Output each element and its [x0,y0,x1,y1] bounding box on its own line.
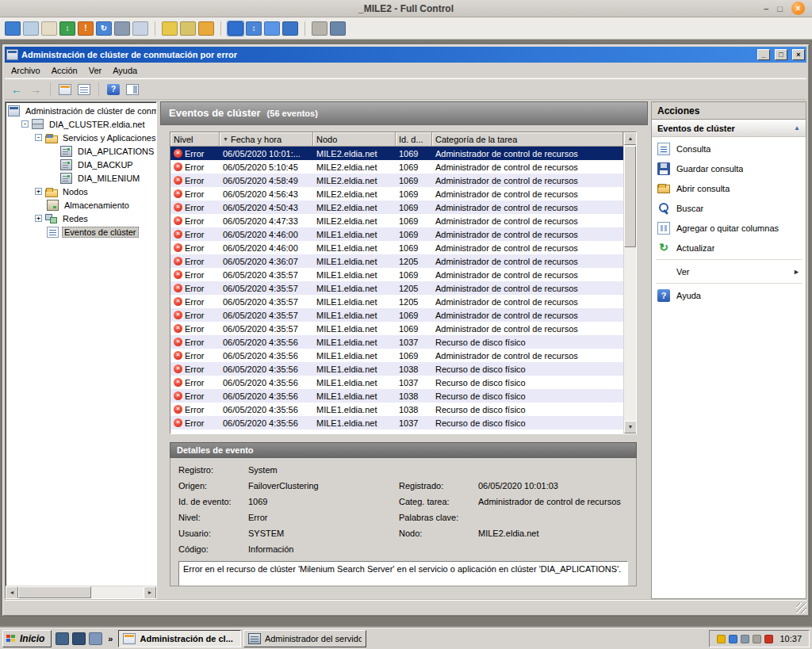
action-actualizar[interactable]: Actualizar [652,238,806,258]
volume-icon[interactable] [753,635,761,643]
refresh-remote-screen-icon[interactable]: ↻ [96,21,112,36]
collapse-section-icon[interactable]: ▲ [794,124,800,132]
column-header-nodo[interactable]: Nodo [313,132,396,147]
full-screen-icon[interactable] [228,21,243,36]
window-options-icon[interactable] [312,21,327,36]
app-titlebar[interactable]: Administración de clúster de conmutación… [5,47,806,63]
event-row[interactable]: ×Error06/05/2020 4:35:57MILE1.eldia.net1… [170,308,623,322]
action-guardar-consulta[interactable]: Guardar consulta [652,158,806,178]
event-row[interactable]: ×Error06/05/2020 4:56:43MILE2.eldia.net1… [170,187,623,200]
event-row[interactable]: ×Error06/05/2020 4:35:56MILE1.eldia.net1… [170,376,623,389]
event-row[interactable]: ×Error06/05/2020 4:35:56MILE1.eldia.net1… [170,335,623,349]
quick-launch-overflow-chevron[interactable]: » [106,634,114,643]
vnc-close-button[interactable]: × [791,2,805,15]
quick-launch-1-icon[interactable] [56,632,69,645]
show-hide-console-tree-icon[interactable] [56,82,74,97]
taskbar-task-administrador-del-servidor[interactable]: Administrador del servidor [243,630,366,647]
event-row[interactable]: ×Error06/05/2020 4:35:57MILE1.eldia.net1… [170,322,623,335]
vnc-maximize-button[interactable]: □ [777,2,783,15]
display-settings-icon[interactable] [741,635,749,643]
fit-to-window-icon[interactable]: ↕ [246,21,262,36]
event-row[interactable]: ×Error06/05/2020 4:35:57MILE1.eldia.net1… [170,268,623,281]
event-row[interactable]: ×Error06/05/2020 4:35:56MILE1.eldia.net1… [170,362,623,376]
tree-item-nodos[interactable]: +Nodos [6,185,156,198]
column-header-fecha-y-hora[interactable]: ▼Fecha y hora [220,132,313,147]
app-minimize-button[interactable]: _ [757,49,770,60]
event-row[interactable]: ×Error06/05/2020 4:50:43MILE2.eldia.net1… [170,200,623,214]
action-agregar-o-quitar-columnas[interactable]: Agregar o quitar columnas [652,218,806,238]
action-abrir-consulta[interactable]: Abrir consulta [652,178,806,198]
vnc-minimize-button[interactable]: – [764,2,768,15]
event-row[interactable]: ×Error06/05/2020 4:36:07MILE1.eldia.net1… [170,254,623,268]
file-transfer-icon[interactable]: ↕ [59,21,75,36]
scrollbar-thumb[interactable] [18,586,91,598]
event-row[interactable]: ×Error06/05/2020 4:35:56MILE1.eldia.net1… [170,416,623,429]
column-header-nivel[interactable]: Nivel [170,132,220,147]
event-row[interactable]: ×Error06/05/2020 4:46:00MILE1.eldia.net1… [170,227,623,241]
event-row[interactable]: ×Error06/05/2020 4:35:57MILE1.eldia.net1… [170,295,623,308]
save-session-icon[interactable] [41,21,57,36]
column-header-categoria-de-la-tarea[interactable]: Categoría de la tarea [432,132,623,147]
security-alert-icon[interactable] [717,635,726,643]
event-row[interactable]: ×Error06/05/2020 4:46:00MILE1.eldia.net1… [170,241,623,254]
event-row[interactable]: ×Error06/05/2020 5:10:45MILE2.eldia.net1… [170,160,623,174]
app-maximize-button[interactable]: □ [775,49,787,60]
tree-item-almacenamiento[interactable]: Almacenamiento [6,198,156,212]
taskbar-task-administracion-de-cl[interactable]: Administración de cl... [118,630,241,647]
resize-grip[interactable] [796,603,806,613]
tree-item-dia-aplications[interactable]: DIA_APLICATIONS [6,144,156,158]
scroll-left-button[interactable]: ◄ [6,586,18,599]
text-chat-icon[interactable] [132,21,148,36]
action-ayuda[interactable]: Ayuda [652,285,806,305]
menu-archivo[interactable]: Archivo [6,64,46,77]
tree-expander-icon[interactable]: - [35,134,42,141]
quick-launch-2-icon[interactable] [72,632,86,645]
show-hide-action-pane-icon[interactable] [124,82,141,97]
action-ver[interactable]: Ver► [652,262,806,281]
lock-workstation-icon[interactable] [180,21,196,36]
tree-item-dia-cluster-eldia-net[interactable]: -DIA_CLUSTER.eldia.net [6,117,156,131]
tree-expander-icon[interactable]: + [35,215,42,222]
ctrl-alt-del-icon[interactable]: ! [78,21,94,36]
menu-accion[interactable]: Acción [46,64,83,77]
actual-size-icon[interactable] [264,21,280,36]
event-row[interactable]: ×Error06/05/2020 4:35:56MILE1.eldia.net1… [170,349,623,362]
back-icon[interactable]: ← [8,82,25,97]
tree-item-redes[interactable]: +Redes [6,212,156,225]
tree-item-dia-milenium[interactable]: DIA_MILENIUM [6,171,156,185]
network-status-icon[interactable] [729,635,737,643]
event-row[interactable]: ×Error06/05/2020 4:58:49MILE2.eldia.net1… [170,174,623,187]
open-session-icon[interactable] [23,21,39,36]
volume-muted-icon[interactable] [764,635,773,643]
make-call-icon[interactable] [114,21,130,36]
pause-updates-icon[interactable] [162,21,178,36]
events-vertical-scrollbar[interactable]: ▲ ▼ [623,132,636,433]
tree-horizontal-scrollbar[interactable]: ◄ ► [6,586,156,598]
tools-icon[interactable] [330,21,346,36]
quick-launch-3-icon[interactable] [89,632,102,645]
event-row[interactable]: ×Error06/05/2020 4:35:56MILE1.eldia.net1… [170,403,623,416]
app-close-button[interactable]: × [792,49,805,60]
action-consulta[interactable]: Consulta [652,139,806,158]
scroll-down-button[interactable]: ▼ [624,421,637,433]
event-row[interactable]: ×Error06/05/2020 4:35:57MILE1.eldia.net1… [170,281,623,295]
session-security-icon[interactable] [198,21,214,36]
column-header-id-d[interactable]: Id. d... [396,132,432,147]
event-row[interactable]: ×Error06/05/2020 4:35:56MILE1.eldia.net1… [170,389,623,403]
export-list-icon[interactable] [75,82,93,97]
menu-ayuda[interactable]: Ayuda [107,64,143,77]
view-settings-icon[interactable] [282,21,298,36]
actions-section-header[interactable]: Eventos de clúster ▲ [652,120,806,137]
help-icon[interactable] [105,82,122,97]
forward-icon[interactable]: → [27,82,44,97]
tree-expander-icon[interactable]: - [21,120,29,128]
scrollbar-track[interactable] [91,586,144,598]
scroll-right-button[interactable]: ► [144,586,156,599]
tree-item-servicios-y-aplicaciones[interactable]: -Servicios y Aplicaciones [6,131,156,144]
vnc-titlebar[interactable]: _MILE2 - Full Control – □ × [0,0,812,17]
tree-item-administracion-de-cluster-de-conmu[interactable]: Administración de clúster de conmu [6,104,156,117]
new-connection-icon[interactable] [5,21,21,36]
event-row[interactable]: ×Error06/05/2020 4:47:33MILE2.eldia.net1… [170,214,623,227]
start-button[interactable]: Inicio [2,630,52,647]
scrollbar-track[interactable] [624,145,636,421]
